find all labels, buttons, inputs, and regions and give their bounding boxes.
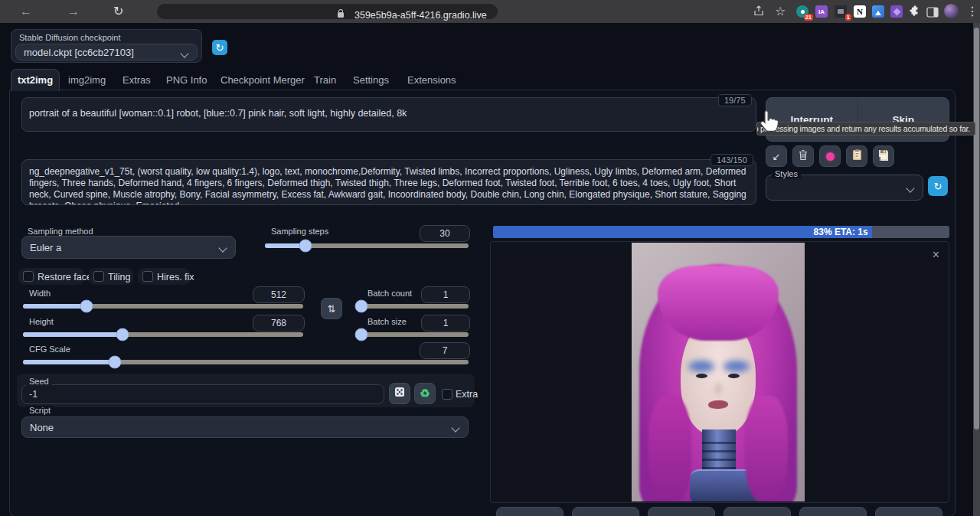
styles-refresh-button[interactable]: ↻ — [928, 176, 948, 196]
pin-extension-icon[interactable]: 21 — [796, 5, 808, 18]
batch-size-value[interactable]: 1 — [421, 315, 470, 331]
slider-handle[interactable] — [80, 300, 93, 313]
reuse-seed-button[interactable]: ♻ — [414, 383, 436, 404]
prompt-input[interactable]: portrait of a beautiful [woman::0.1] rob… — [21, 97, 756, 132]
sidebar-toggle-icon[interactable] — [926, 5, 939, 22]
extensions-puzzle-icon[interactable] — [908, 5, 920, 21]
seed-label: Seed — [26, 377, 52, 386]
tab-extras[interactable]: Extras — [122, 74, 151, 86]
cfg-scale-value[interactable]: 7 — [420, 342, 470, 359]
styles-select[interactable] — [766, 175, 923, 201]
tab-txt2img[interactable]: txt2img — [11, 69, 60, 91]
extra-seed-checkbox[interactable] — [442, 389, 452, 400]
sampling-method-value: Euler a — [30, 242, 61, 253]
tab-checkpoint-merger[interactable]: Checkpoint Merger — [220, 74, 305, 86]
height-label: Height — [26, 317, 57, 326]
checkpoint-refresh-button[interactable]: ↻ — [212, 40, 227, 55]
script-label: Script — [26, 406, 54, 415]
output-action-button-4[interactable] — [724, 507, 791, 516]
eyeshadow-right — [724, 361, 750, 372]
tab-png-info[interactable]: PNG Info — [166, 74, 207, 86]
clear-prompt-button[interactable] — [792, 145, 814, 167]
seed-input[interactable]: -1 — [21, 384, 384, 404]
notion-extension-icon[interactable]: N — [854, 5, 866, 18]
random-seed-button[interactable] — [389, 383, 410, 404]
prompt-text: portrait of a beautiful [woman::0.1] rob… — [22, 98, 756, 119]
progress-fill: 83% ETA: 1s — [493, 226, 872, 238]
chevron-down-icon — [180, 49, 188, 57]
output-action-button-2[interactable] — [572, 507, 639, 516]
sampling-method-select[interactable]: Euler a — [21, 236, 236, 259]
tab-extensions[interactable]: Extensions — [407, 74, 456, 86]
output-action-button-3[interactable] — [648, 507, 715, 516]
bangs — [658, 266, 779, 341]
close-preview-icon[interactable]: × — [933, 250, 939, 260]
eye-right — [728, 374, 740, 378]
slider-handle[interactable] — [299, 240, 312, 253]
ia-extension-icon[interactable]: IA — [815, 5, 828, 18]
batch-size-slider[interactable] — [357, 332, 469, 337]
generated-image[interactable] — [632, 243, 805, 501]
checkpoint-select[interactable]: model.ckpt [cc6cb27103] — [15, 44, 198, 60]
browser-menu-icon[interactable]: ⋮ — [966, 3, 978, 20]
slider-handle[interactable] — [116, 328, 129, 341]
sampling-steps-slider[interactable] — [265, 243, 469, 248]
extra-networks-button[interactable] — [819, 145, 841, 167]
script-select[interactable]: None — [21, 416, 469, 438]
bookmark-star-icon[interactable]: ☆ — [775, 3, 786, 20]
output-action-button-6[interactable] — [875, 507, 942, 516]
tiling-label: Tiling — [108, 272, 130, 282]
chevron-down-icon — [218, 244, 227, 253]
slider-handle[interactable] — [109, 356, 122, 369]
slider-handle[interactable] — [354, 328, 368, 341]
page-scrollbar[interactable] — [973, 23, 980, 516]
extra-networks-icon — [826, 152, 835, 161]
chevron-down-icon — [906, 184, 914, 192]
scrollbar-thumb[interactable] — [974, 28, 979, 429]
share-icon[interactable] — [753, 5, 765, 21]
chat-extension-icon[interactable]: 1 — [835, 5, 847, 18]
eye-left — [696, 374, 707, 378]
tiling-checkbox[interactable] — [93, 271, 104, 282]
tab-img2img[interactable]: img2img — [68, 74, 106, 86]
tab-train[interactable]: Train — [314, 74, 336, 86]
address-bar[interactable]: 359e5b9a-a5ff-4216.gradio.live — [157, 4, 498, 19]
width-slider[interactable] — [23, 304, 303, 309]
app-window: ← → ↻ 359e5b9a-a5ff-4216.gradio.live ☆ 2… — [0, 0, 980, 516]
tab-settings[interactable]: Settings — [353, 74, 389, 86]
save-style-button[interactable] — [873, 145, 894, 167]
height-value[interactable]: 768 — [253, 315, 305, 331]
negative-prompt-input[interactable]: ng_deepnegative_v1_75t, (worst quality, … — [21, 159, 756, 205]
batch-size-label: Batch size — [364, 317, 410, 326]
hair-strand-left — [648, 396, 691, 501]
swap-dimensions-button[interactable]: ⇅ — [321, 298, 342, 319]
url-text[interactable]: 359e5b9a-a5ff-4216.gradio.live — [354, 10, 487, 21]
height-slider[interactable] — [23, 332, 303, 337]
sampling-steps-value[interactable]: 30 — [420, 225, 470, 242]
eyeshadow-left — [688, 361, 714, 372]
checkpoint-block: Stable Diffusion checkpoint model.ckpt [… — [11, 29, 202, 63]
width-value[interactable]: 512 — [253, 286, 305, 303]
hires-fix-label: Hires. fix — [157, 272, 194, 282]
cfg-scale-slider[interactable] — [23, 360, 469, 364]
output-action-button-1[interactable] — [496, 507, 564, 516]
reload-icon[interactable]: ↻ — [113, 3, 123, 20]
output-action-button-5[interactable] — [799, 507, 867, 516]
photos-extension-icon[interactable] — [872, 5, 884, 18]
sampling-method-label: Sampling method — [24, 227, 96, 236]
forward-icon[interactable]: → — [67, 3, 80, 20]
mouse-cursor-hand — [756, 108, 782, 140]
slider-handle[interactable] — [354, 300, 368, 313]
negative-token-counter: 143/150 — [710, 154, 753, 166]
hires-fix-checkbox[interactable] — [142, 271, 153, 282]
back-icon[interactable]: ← — [20, 3, 32, 20]
profile-avatar[interactable] — [944, 4, 959, 18]
restore-faces-checkbox[interactable] — [23, 271, 34, 282]
paste-generation-params-button[interactable]: ↙ — [766, 145, 787, 167]
negative-prompt-text: ng_deepnegative_v1_75t, (worst quality, … — [22, 160, 756, 205]
apply-styles-button[interactable] — [846, 145, 867, 167]
office-extension-icon[interactable] — [890, 5, 903, 18]
batch-count-slider[interactable] — [357, 304, 469, 309]
batch-count-value[interactable]: 1 — [421, 286, 470, 303]
interrupt-tooltip: Stop processing images and return any re… — [756, 122, 975, 136]
